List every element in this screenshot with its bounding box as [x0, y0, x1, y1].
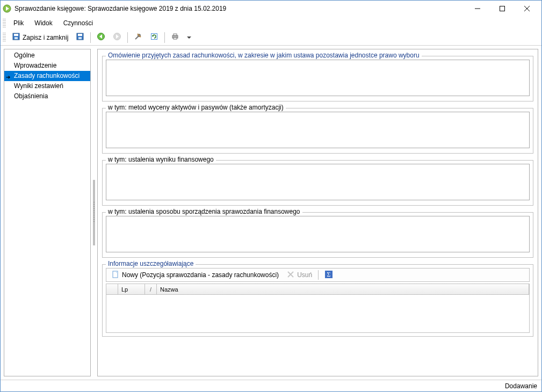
- menubar: Plik Widok Czynności: [1, 17, 541, 30]
- window-controls: [465, 1, 539, 16]
- svg-rect-19: [151, 34, 157, 40]
- tools-button[interactable]: [131, 31, 145, 44]
- delete-item-label: Usuń: [297, 271, 312, 279]
- svg-rect-8: [15, 37, 18, 39]
- splitter[interactable]: [93, 49, 95, 376]
- pointer-icon: ➔: [6, 72, 10, 82]
- refresh-icon: [150, 32, 158, 42]
- svg-rect-22: [174, 34, 177, 35]
- app-icon: [3, 4, 11, 13]
- metod-wyceny-textarea[interactable]: [106, 112, 530, 148]
- chevron-down-icon: [187, 34, 191, 41]
- group-wynik-finansowy: w tym: ustalenia wyniku finansowego: [102, 160, 533, 206]
- minimize-button[interactable]: [465, 1, 490, 16]
- arrow-left-icon: [97, 32, 105, 42]
- detail-sep: [318, 270, 319, 280]
- menu-widok[interactable]: Widok: [29, 18, 57, 28]
- delete-item-button: Usuń: [284, 268, 315, 281]
- window-title: Sprawozdanie księgowe: Sprawozdanie księ…: [15, 5, 465, 12]
- sidebar-item-label: Wyniki zestawień: [14, 82, 63, 90]
- group-informacje: Informacje uszczegóławiające Nowy (Pozyc…: [102, 264, 533, 337]
- refresh-button[interactable]: [147, 31, 161, 44]
- group-legend: w tym: metod wyceny aktywów i pasywów (t…: [106, 104, 286, 111]
- save-icon-2: [76, 32, 84, 42]
- sidebar-item-zasady[interactable]: ➔Zasady rachunkowości: [4, 71, 90, 81]
- arrow-right-icon: [113, 32, 121, 42]
- toolbar-sep-2: [127, 32, 128, 43]
- svg-text:Σ: Σ: [327, 271, 331, 278]
- grid-header: Lp / Nazwa: [106, 284, 529, 295]
- document-new-icon: [111, 270, 120, 280]
- grid-col-nazwa[interactable]: Nazwa: [157, 284, 529, 294]
- svg-marker-24: [187, 37, 191, 39]
- printer-icon: [171, 32, 179, 42]
- group-omowienie: Omówienie przyjętych zasad rachunkowości…: [102, 56, 533, 101]
- svg-rect-7: [14, 34, 18, 36]
- wynik-finansowy-textarea[interactable]: [106, 164, 530, 200]
- grid-body[interactable]: [106, 295, 529, 332]
- content-area: Ogólne Wprowadzenie ➔Zasady rachunkowośc…: [1, 46, 541, 380]
- omowienie-textarea[interactable]: [106, 60, 530, 96]
- group-sposob-sporzadzenia: w tym: ustalenia sposobu sporządzenia sp…: [102, 212, 533, 258]
- main-pane: Omówienie przyjętych zasad rachunkowości…: [97, 49, 538, 376]
- toolbar-sep-3: [164, 32, 165, 43]
- print-button[interactable]: [168, 31, 182, 44]
- tools-icon: [134, 32, 142, 42]
- save-button[interactable]: [73, 31, 87, 44]
- menu-czynnosci[interactable]: Czynności: [58, 18, 98, 28]
- back-button[interactable]: [94, 31, 108, 44]
- new-item-button[interactable]: Nowy (Pozycja sprawozdania - zasady rach…: [109, 268, 281, 281]
- save-close-button[interactable]: Zapisz i zamknij: [9, 31, 71, 44]
- new-item-label: Nowy (Pozycja sprawozdania - zasady rach…: [122, 271, 279, 279]
- toolbar: Zapisz i zamknij: [1, 30, 541, 46]
- close-button[interactable]: [515, 1, 539, 16]
- delete-icon: [286, 270, 295, 280]
- toolbar-grip: [3, 33, 6, 42]
- svg-rect-3: [500, 6, 505, 11]
- sposob-sporzadzenia-textarea[interactable]: [106, 216, 530, 252]
- group-metod-wyceny: w tym: metod wyceny aktywów i pasywów (t…: [102, 108, 533, 154]
- group-legend: w tym: ustalenia sposobu sporządzenia sp…: [106, 208, 302, 215]
- svg-rect-10: [78, 34, 82, 36]
- sigma-icon: Σ: [324, 270, 333, 280]
- detail-grid[interactable]: Lp / Nazwa: [106, 284, 530, 333]
- svg-rect-23: [174, 38, 177, 39]
- grid-col-selector[interactable]: [106, 284, 118, 294]
- toolbar-sep-1: [90, 32, 91, 43]
- sidebar-item-wyniki[interactable]: Wyniki zestawień: [4, 81, 90, 91]
- group-legend: Informacje uszczegóławiające: [106, 260, 196, 267]
- status-text: Dodawanie: [505, 382, 537, 390]
- group-legend: w tym: ustalenia wyniku finansowego: [106, 156, 216, 163]
- sidebar-item-label: Wprowadzenie: [14, 62, 56, 69]
- sidebar-item-objasnienia[interactable]: Objaśnienia: [4, 91, 90, 101]
- forward-button: [110, 31, 124, 44]
- maximize-button[interactable]: [490, 1, 515, 16]
- save-close-label: Zapisz i zamknij: [23, 34, 68, 41]
- save-icon: [12, 32, 20, 42]
- sidebar-item-label: Ogólne: [14, 52, 35, 59]
- detail-toolbar: Nowy (Pozycja sprawozdania - zasady rach…: [106, 268, 530, 282]
- grid-col-sort[interactable]: /: [145, 284, 157, 294]
- menu-plik[interactable]: Plik: [8, 18, 29, 28]
- sidebar-item-wprowadzenie[interactable]: Wprowadzenie: [4, 61, 90, 71]
- menubar-grip: [3, 19, 6, 27]
- titlebar: Sprawozdanie księgowe: Sprawozdanie księ…: [1, 1, 541, 17]
- sidebar[interactable]: Ogólne Wprowadzenie ➔Zasady rachunkowośc…: [4, 49, 91, 376]
- grid-col-lp[interactable]: Lp: [118, 284, 145, 294]
- sum-button[interactable]: Σ: [322, 268, 336, 281]
- sidebar-item-label: Zasady rachunkowości: [14, 72, 80, 79]
- sidebar-item-ogolne[interactable]: Ogólne: [4, 50, 90, 61]
- statusbar: Dodawanie: [1, 380, 541, 391]
- sidebar-item-label: Objaśnienia: [14, 92, 48, 100]
- group-legend: Omówienie przyjętych zasad rachunkowości…: [106, 52, 422, 59]
- svg-rect-11: [78, 37, 82, 39]
- print-dropdown[interactable]: [184, 31, 194, 44]
